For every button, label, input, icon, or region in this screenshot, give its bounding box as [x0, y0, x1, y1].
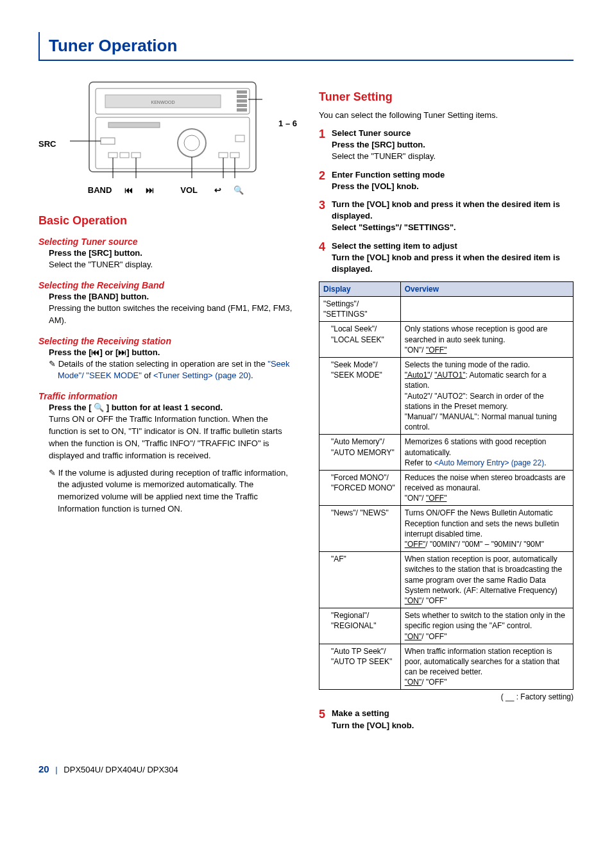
table-row: "News"/ "NEWS" Turns ON/OFF the News Bul… — [319, 506, 574, 552]
traffic-info-heading: Traffic information — [38, 391, 293, 401]
table-row: "AF" When station reception is poor, aut… — [319, 552, 574, 608]
step-number: 3 — [319, 199, 332, 234]
svg-rect-8 — [237, 108, 247, 112]
s4-instruction: Press the [ 🔍 ] button for at least 1 se… — [49, 403, 293, 412]
s3-note: Details of the station selecting in oper… — [49, 358, 293, 383]
basic-operation-heading: Basic Operation — [38, 214, 293, 228]
svg-rect-16 — [108, 153, 117, 158]
selecting-station-heading: Selecting the Receiving station — [38, 336, 293, 346]
step-number: 4 — [319, 240, 332, 276]
svg-rect-19 — [219, 153, 228, 158]
s2-instruction: Press the [BAND] button. — [49, 292, 293, 301]
step-5: 5 Make a setting Turn the [VOL] knob. — [319, 708, 574, 731]
page-number: 20 — [38, 764, 49, 774]
preset-label: 1 – 6 — [278, 119, 297, 128]
table-row: "Local Seek"/ "LOCAL SEEK" Only stations… — [319, 322, 574, 358]
svg-rect-15 — [108, 122, 160, 128]
svg-rect-20 — [230, 153, 239, 158]
s3-instruction: Press the [⏮] or [⏭] button. — [49, 347, 293, 357]
table-row: "Auto Memory"/ "AUTO MEMORY" Memorizes 6… — [319, 435, 574, 471]
model-list: DPX504U/ DPX404U/ DPX304 — [64, 765, 178, 774]
table-row: "Regional"/ "REGIONAL" Sets whether to s… — [319, 608, 574, 644]
step-2: 2 Enter Function setting mode Press the … — [319, 169, 574, 192]
svg-rect-17 — [120, 153, 129, 158]
prev-track-icon: ⏮ — [124, 185, 133, 195]
svg-rect-7 — [237, 104, 247, 107]
factory-setting-note: ( __ : Factory setting) — [319, 692, 574, 701]
th-overview: Overview — [400, 282, 573, 297]
svg-point-14 — [184, 135, 200, 151]
settings-table: Display Overview "Settings"/ "SETTINGS" … — [319, 281, 574, 690]
svg-rect-5 — [237, 95, 247, 98]
page-title: Tuner Operation — [38, 32, 574, 61]
svg-rect-11 — [101, 138, 115, 144]
next-track-icon: ⏭ — [146, 185, 154, 195]
svg-rect-21 — [235, 135, 244, 142]
auto-memory-link[interactable]: <Auto Memory Entry> (page 22) — [434, 458, 544, 467]
svg-rect-4 — [237, 90, 247, 94]
back-icon: ↩ — [214, 185, 221, 195]
tuner-setting-link[interactable]: <Tuner Setting> (page 20) — [153, 371, 251, 380]
svg-rect-18 — [132, 153, 140, 158]
table-row: "Settings"/ "SETTINGS" — [319, 297, 574, 322]
selecting-band-heading: Selecting the Receiving Band — [38, 280, 293, 290]
selecting-tuner-source-heading: Selecting Tuner source — [38, 237, 293, 247]
page-footer: 20 | DPX504U/ DPX404U/ DPX304 — [38, 764, 574, 774]
step-1: 1 Select Tuner source Press the [SRC] bu… — [319, 128, 574, 163]
svg-text:KENWOOD: KENWOOD — [151, 100, 174, 104]
s2-description: Pressing the button switches the receivi… — [49, 303, 293, 327]
step-number: 2 — [319, 169, 332, 192]
step-4: 4 Select the setting item to adjust Turn… — [319, 240, 574, 276]
table-row: "Forced MONO"/ "FORCED MONO" Reduces the… — [319, 470, 574, 506]
vol-label: VOL — [180, 185, 198, 195]
svg-point-13 — [178, 129, 206, 157]
step-number: 5 — [319, 708, 332, 731]
table-row: "Auto TP Seek"/ "AUTO TP SEEK" When traf… — [319, 644, 574, 690]
device-diagram: SRC 1 – 6 KENWOOD — [38, 79, 293, 195]
s4-description: Turns ON or OFF the Traffic Information … — [49, 413, 293, 462]
s1-description: Select the "TUNER" display. — [49, 259, 293, 271]
search-icon: 🔍 — [234, 185, 244, 195]
svg-rect-6 — [237, 99, 247, 103]
src-label: SRC — [38, 139, 56, 149]
step-number: 1 — [319, 128, 332, 163]
band-label: BAND — [88, 185, 112, 195]
tuner-setting-intro: You can select the following Tuner Setti… — [319, 110, 574, 120]
table-row: "Seek Mode"/ "SEEK MODE" Selects the tun… — [319, 358, 574, 435]
s1-instruction: Press the [SRC] button. — [49, 248, 293, 258]
step-3: 3 Turn the [VOL] knob and press it when … — [319, 199, 574, 234]
tuner-setting-heading: Tuner Setting — [319, 90, 574, 104]
th-display: Display — [319, 282, 401, 297]
s4-note: If the volume is adjusted during recepti… — [49, 467, 293, 515]
